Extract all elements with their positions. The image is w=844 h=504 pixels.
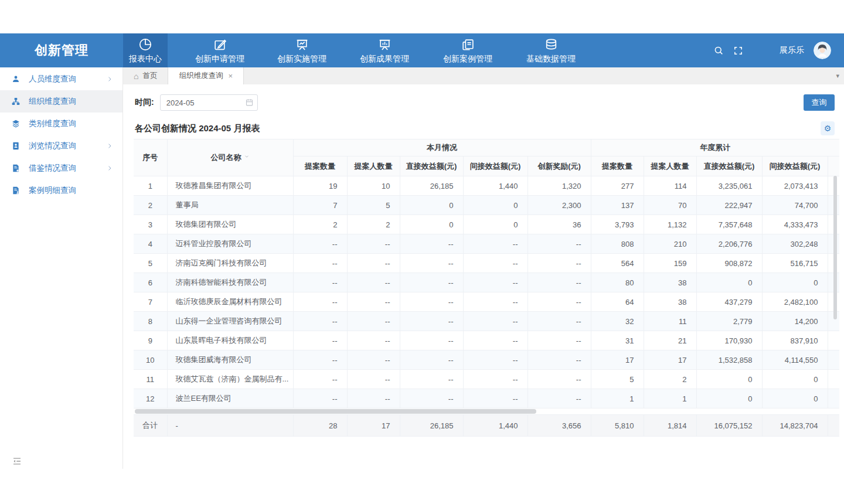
col-header: 提案人数量 xyxy=(644,156,696,176)
username[interactable]: 展乐乐 xyxy=(780,45,804,56)
gear-icon[interactable]: ⚙ xyxy=(821,121,835,135)
time-filter-label: 时间: xyxy=(135,97,154,108)
cell: 5 xyxy=(347,196,400,215)
cell: -- xyxy=(463,292,528,312)
cell: 5 xyxy=(134,254,167,273)
table-row: 8山东得一企业管理咨询有限公司----------32112,77914,200 xyxy=(134,312,839,331)
title-row: 各公司创新情况 2024-05 月报表 ⚙ xyxy=(135,121,835,136)
sidebar-item-reference-status[interactable]: 借鉴情况查询 xyxy=(0,157,122,179)
cell: -- xyxy=(528,234,591,254)
sidebar-item-case-detail[interactable]: 案例明细查询 xyxy=(0,179,122,202)
cell: 合计 xyxy=(134,415,167,437)
table-row: 3玫德集团有限公司2200363,7931,1327,357,6484,333,… xyxy=(134,215,839,234)
cell: -- xyxy=(400,292,463,312)
table-row: 10玫德集团威海有限公司----------17171,532,8584,114… xyxy=(134,350,839,370)
id-badge-icon xyxy=(11,141,21,151)
main-nav: 报表中心 创新申请管理 创新实施管理 创新成果管理 xyxy=(123,33,593,67)
cell: -- xyxy=(528,350,591,370)
table-row: 9山东晨晖电子科技有限公司----------3121170,930837,91… xyxy=(134,331,839,350)
cell: 4,114,550 xyxy=(762,350,828,370)
collapse-sidebar-icon[interactable] xyxy=(12,456,22,466)
horizontal-scrollbar-thumb[interactable] xyxy=(135,409,536,414)
cell: 0 xyxy=(463,196,528,215)
cell: - xyxy=(167,415,293,437)
cell: -- xyxy=(347,292,400,312)
copy-document-icon xyxy=(461,37,475,52)
cell: -- xyxy=(463,331,528,350)
vertical-scrollbar-thumb[interactable] xyxy=(833,176,837,319)
cell: 0 xyxy=(762,370,828,389)
sidebar-item-org-dimension[interactable]: 组织维度查询 xyxy=(0,90,122,113)
date-input[interactable] xyxy=(160,94,258,111)
sidebar-item-category-dimension[interactable]: 类别维度查询 xyxy=(0,113,122,135)
nav-item-innovation-achievement[interactable]: 创新成果管理 xyxy=(343,33,426,67)
cell: 437,279 xyxy=(696,292,762,312)
cell: -- xyxy=(400,370,463,389)
cell: 2,206,776 xyxy=(696,234,762,254)
cell xyxy=(828,415,839,437)
tab-home[interactable]: ⌂ 首页 xyxy=(123,67,168,84)
cell: 10 xyxy=(134,350,167,370)
sidebar-item-label: 浏览情况查询 xyxy=(29,141,76,151)
nav-item-innovation-implement[interactable]: 创新实施管理 xyxy=(261,33,343,67)
group-header-month: 本月情况 xyxy=(293,139,591,156)
close-icon[interactable]: × xyxy=(228,71,233,80)
topbar-right: 展乐乐 xyxy=(713,33,844,67)
cell: 1,532,858 xyxy=(696,350,762,370)
cell: -- xyxy=(400,273,463,292)
table-row: 6济南科德智能科技有限公司----------803800 xyxy=(134,273,839,292)
nav-item-innovation-apply[interactable]: 创新申请管理 xyxy=(168,33,261,67)
sidebar-item-person-dimension[interactable]: 人员维度查询 xyxy=(0,68,122,90)
horizontal-scrollbar xyxy=(134,408,839,414)
nav-item-innovation-case[interactable]: 创新案例管理 xyxy=(426,33,509,67)
query-button[interactable]: 查询 xyxy=(804,94,835,111)
cell: 210 xyxy=(644,234,696,254)
person-icon xyxy=(11,74,21,84)
cell: -- xyxy=(528,273,591,292)
report-title: 各公司创新情况 2024-05 月报表 xyxy=(135,123,260,134)
sidebar-item-label: 类别维度查询 xyxy=(29,118,76,129)
col-header: 间接效益额(元) xyxy=(762,156,828,176)
table-body: 1玫德雅昌集团有限公司191026,1851,4401,3202771143,2… xyxy=(134,176,839,408)
fullscreen-icon[interactable] xyxy=(733,46,743,56)
sort-chevron-icon[interactable] xyxy=(244,154,250,159)
cell: -- xyxy=(528,292,591,312)
cell: 9 xyxy=(134,331,167,350)
cell: -- xyxy=(347,331,400,350)
cell: 28 xyxy=(293,415,347,437)
date-picker xyxy=(160,94,258,111)
sidebar-item-browse-status[interactable]: 浏览情况查询 xyxy=(0,135,122,157)
col-header: 提案人数量 xyxy=(347,156,400,176)
cell: -- xyxy=(463,350,528,370)
tab-org-dimension[interactable]: 组织维度查询 × xyxy=(168,67,244,84)
cell: 70 xyxy=(644,196,696,215)
cell: 137 xyxy=(591,196,644,215)
cell: 1,440 xyxy=(463,176,528,196)
cell: 0 xyxy=(463,215,528,234)
nav-item-report-center[interactable]: 报表中心 xyxy=(123,33,168,67)
table-row: 5济南迈克阀门科技有限公司----------564159908,872516,… xyxy=(134,254,839,273)
nav-item-base-data[interactable]: 基础数据管理 xyxy=(509,33,593,67)
cell: 波兰EE有限公司 xyxy=(167,389,293,408)
avatar[interactable] xyxy=(814,42,831,59)
table-row: 2董事局75002,30013770222,94774,700 xyxy=(134,196,839,215)
cell: -- xyxy=(400,389,463,408)
cell: -- xyxy=(463,389,528,408)
cell: 山东得一企业管理咨询有限公司 xyxy=(167,312,293,331)
cell: 1 xyxy=(134,176,167,196)
sidebar-item-label: 借鉴情况查询 xyxy=(29,163,76,173)
total-table: 合计-281726,1851,4403,6565,8101,81416,075,… xyxy=(134,414,839,437)
cell: 济南科德智能科技有限公司 xyxy=(167,273,293,292)
cell: 2 xyxy=(644,370,696,389)
tab-dropdown-caret-icon[interactable]: ▾ xyxy=(831,67,844,84)
nav-label: 创新实施管理 xyxy=(277,54,326,64)
cell: 5,810 xyxy=(591,415,644,437)
search-icon[interactable] xyxy=(713,45,724,56)
sidebar-item-label: 人员维度查询 xyxy=(29,74,76,84)
cell: -- xyxy=(293,389,347,408)
col-header-company[interactable]: 公司名称 xyxy=(167,139,293,176)
cell: 564 xyxy=(591,254,644,273)
cell: -- xyxy=(400,312,463,331)
cell: 1,814 xyxy=(644,415,696,437)
cell: -- xyxy=(463,254,528,273)
